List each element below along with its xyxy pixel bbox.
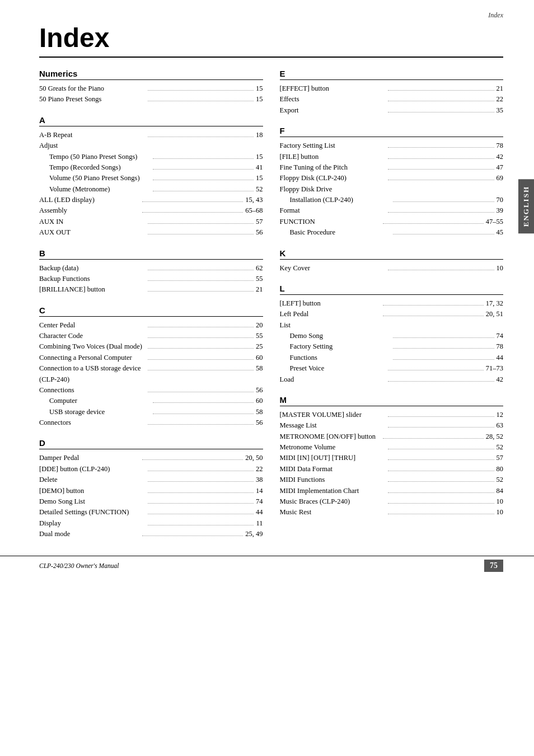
index-entry: Connection to a USB storage device (CLP-… [39, 363, 263, 385]
section-c: CCenter Pedal20Character Code55Combining… [39, 306, 263, 429]
section-header-d: D [39, 438, 263, 449]
entry-text: Demo Song [280, 331, 391, 341]
entry-dots [142, 459, 243, 460]
entry-dots [148, 514, 254, 514]
section-m: M[MASTER VOLUME] slider12Message List63M… [280, 395, 504, 518]
index-entry: Installation (CLP-240)70 [280, 195, 504, 205]
entry-dots [148, 280, 254, 281]
entry-dots [153, 402, 254, 403]
index-entry: FUNCTION47–55 [280, 217, 504, 227]
entry-text: 50 Piano Preset Songs [39, 94, 146, 105]
entry-page: 42 [496, 152, 504, 162]
index-entry: METRONOME [ON/OFF] button28, 52 [280, 431, 504, 442]
entry-page: 60 [256, 396, 263, 406]
entry-dots [153, 169, 254, 170]
entry-dots [148, 481, 254, 482]
entry-page: 60 [256, 353, 263, 363]
entry-page: 15 [256, 152, 263, 162]
entry-page: 15 [256, 94, 263, 105]
index-entry: Backup (data)62 [39, 263, 263, 274]
entry-text: Computer [39, 396, 151, 406]
entry-dots [393, 201, 494, 202]
index-entry: 50 Piano Preset Songs15 [39, 94, 263, 105]
entry-page: 58 [256, 407, 263, 417]
entry-dots [393, 359, 494, 360]
index-entry: Music Braces (CLP-240)10 [280, 496, 504, 507]
section-k: KKey Cover10 [280, 248, 504, 274]
entry-dots [388, 112, 494, 112]
index-entry: Volume (50 Piano Preset Songs)15 [39, 173, 263, 184]
top-label: Index [488, 11, 503, 20]
entry-dots [383, 438, 484, 439]
entry-text: Connections [39, 385, 146, 396]
entry-page: 52 [256, 184, 263, 195]
entry-page: 25 [256, 341, 263, 352]
entry-text: Dual mode [39, 529, 140, 539]
section-header-a: A [39, 115, 263, 126]
entry-dots [388, 169, 494, 170]
section-f: FFactory Setting List78[FILE] button42Fi… [280, 126, 504, 238]
entry-page: 78 [496, 140, 504, 151]
section-header-e: E [280, 69, 504, 80]
entry-page: 52 [496, 475, 504, 485]
entry-page: 42 [496, 374, 504, 385]
entry-page: 39 [496, 205, 504, 216]
entry-dots [393, 348, 494, 349]
entry-page: 17, 32 [486, 298, 503, 309]
index-entry: [DEMO] button14 [39, 486, 263, 496]
entry-dots [153, 180, 254, 180]
page-number: 75 [484, 560, 503, 572]
entry-dots [388, 270, 494, 270]
index-entry: Demo Song74 [280, 331, 504, 341]
index-entry: AUX OUT56 [39, 227, 263, 238]
entry-text: A-B Repeat [39, 130, 146, 140]
index-entry: AUX IN57 [39, 217, 263, 227]
english-tab: ENGLISH [518, 179, 534, 233]
index-entry: ALL (LED display)15, 43 [39, 195, 263, 205]
section-header-l: L [280, 284, 504, 295]
index-entry: Assembly65–68 [39, 205, 263, 216]
entry-text: Key Cover [280, 263, 386, 274]
entry-text: METRONOME [ON/OFF] button [280, 431, 381, 442]
entry-dots [388, 90, 494, 91]
entry-text: Center Pedal [39, 320, 146, 331]
bottom-bar: CLP-240/230 Owner's Manual 75 [0, 556, 534, 572]
entry-page: 55 [256, 274, 263, 284]
entry-dots [388, 514, 494, 514]
section-numerics: Numerics50 Greats for the Piano1550 Pian… [39, 69, 263, 105]
entry-page: 11 [256, 518, 263, 529]
section-d: DDamper Pedal20, 50[DDE] button (CLP-240… [39, 438, 263, 539]
entry-page: 74 [256, 496, 263, 507]
entry-dots [148, 503, 254, 504]
entry-text: Tempo (50 Piano Preset Songs) [39, 152, 151, 162]
index-entry: Volume (Metronome)52 [39, 184, 263, 195]
entry-page: 74 [496, 331, 504, 341]
page-title: Index [39, 22, 503, 58]
index-entry: Dual mode25, 49 [39, 529, 263, 539]
index-entry: Backup Functions55 [39, 274, 263, 284]
entry-text: Preset Voice [280, 363, 386, 374]
entry-page: 20, 51 [486, 309, 503, 320]
entry-dots [148, 234, 254, 234]
entry-text: [MASTER VOLUME] slider [280, 410, 386, 420]
entry-page: 21 [496, 83, 504, 94]
index-entry: Load42 [280, 374, 504, 385]
entry-page: 20, 50 [245, 453, 263, 463]
entry-dots [388, 370, 484, 370]
entry-text: Factory Setting [280, 341, 391, 352]
index-entry: List [280, 320, 504, 331]
entry-text: Factory Setting List [280, 140, 386, 151]
index-entry: [BRILLIANCE] button21 [39, 284, 263, 295]
entry-text: Connectors [39, 417, 146, 428]
entry-page: 47–55 [486, 217, 503, 227]
entry-page: 41 [256, 162, 263, 173]
entry-dots [148, 392, 254, 392]
entry-dots [383, 305, 484, 306]
entry-dots [388, 459, 494, 460]
index-entry: Display11 [39, 518, 263, 529]
entry-text: Message List [280, 420, 386, 431]
section-l: L[LEFT] button17, 32Left Pedal20, 51List… [280, 284, 504, 385]
section-header-numerics: Numerics [39, 69, 263, 80]
index-entry: Damper Pedal20, 50 [39, 453, 263, 463]
entry-dots [388, 101, 494, 101]
